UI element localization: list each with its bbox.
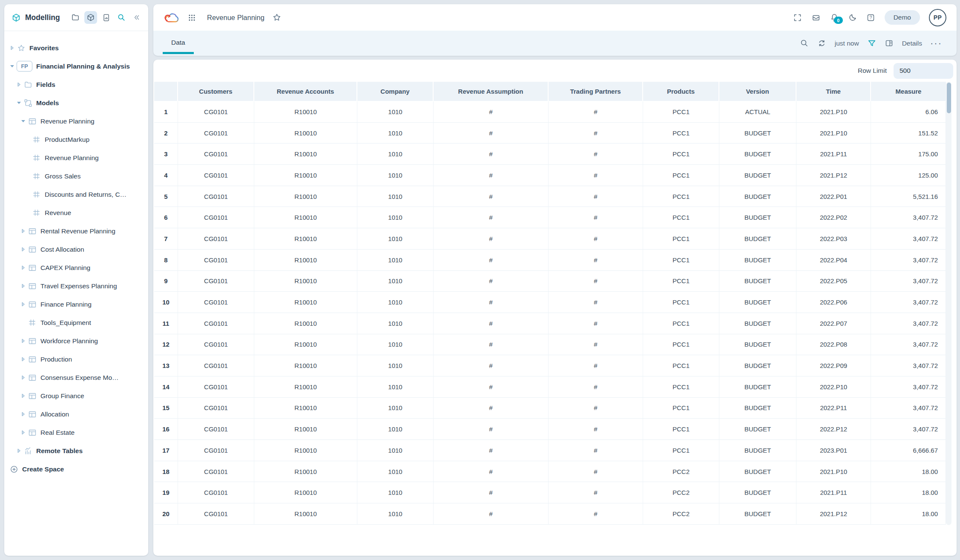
cell-revenue-assumption[interactable]: # bbox=[434, 165, 549, 186]
cell-revenue-accounts[interactable]: R10010 bbox=[254, 461, 357, 482]
row-number[interactable]: 11 bbox=[154, 313, 178, 334]
cell-version[interactable]: BUDGET bbox=[719, 482, 796, 503]
report-icon[interactable] bbox=[100, 11, 112, 24]
favorite-star-icon[interactable] bbox=[272, 13, 282, 22]
cell-time[interactable]: 2022.P04 bbox=[796, 250, 871, 271]
cell-customers[interactable]: CG0101 bbox=[178, 207, 254, 228]
expand-arrow-right-icon[interactable] bbox=[20, 247, 28, 252]
cell-measure[interactable]: 3,407.72 bbox=[871, 419, 946, 440]
cell-version[interactable]: BUDGET bbox=[719, 419, 796, 440]
cell-products[interactable]: PCC1 bbox=[643, 334, 719, 356]
cell-version[interactable]: BUDGET bbox=[719, 165, 796, 186]
row-number[interactable]: 6 bbox=[154, 207, 178, 228]
cell-time[interactable]: 2022.P11 bbox=[796, 398, 871, 419]
cell-time[interactable]: 2022.P09 bbox=[796, 355, 871, 376]
column-header-customers[interactable]: Customers bbox=[178, 82, 254, 101]
cell-customers[interactable]: CG0101 bbox=[178, 398, 254, 419]
cell-measure[interactable]: 3,407.72 bbox=[871, 271, 946, 292]
cell-revenue-accounts[interactable]: R10010 bbox=[254, 334, 357, 356]
cell-measure[interactable]: 125.00 bbox=[871, 165, 946, 186]
cell-measure[interactable]: 6.06 bbox=[871, 101, 946, 123]
expand-arrow-right-icon[interactable] bbox=[20, 411, 28, 417]
help-icon[interactable]: ? bbox=[866, 13, 876, 22]
cell-revenue-accounts[interactable]: R10010 bbox=[254, 186, 357, 207]
cell-revenue-accounts[interactable]: R10010 bbox=[254, 228, 357, 250]
cell-products[interactable]: PCC1 bbox=[643, 123, 719, 144]
tree-item-revenue-planning[interactable]: Revenue Planning bbox=[4, 112, 148, 130]
cell-version[interactable]: BUDGET bbox=[719, 250, 796, 271]
column-header-company[interactable]: Company bbox=[357, 82, 434, 101]
cell-version[interactable]: ACTUAL bbox=[719, 101, 796, 123]
cell-revenue-accounts[interactable]: R10010 bbox=[254, 440, 357, 461]
inbox-tray-icon[interactable] bbox=[811, 13, 821, 22]
dark-mode-moon-icon[interactable] bbox=[848, 13, 857, 22]
expand-arrow-right-icon[interactable] bbox=[20, 265, 28, 270]
cell-company[interactable]: 1010 bbox=[357, 144, 434, 165]
tree-item-finance-planning[interactable]: Finance Planning bbox=[4, 295, 148, 313]
expand-arrow-right-icon[interactable] bbox=[16, 448, 23, 454]
cell-revenue-accounts[interactable]: R10010 bbox=[254, 165, 357, 186]
cell-measure[interactable]: 3,407.72 bbox=[871, 292, 946, 313]
cell-time[interactable]: 2022.P01 bbox=[796, 186, 871, 207]
cell-measure[interactable]: 5,521.16 bbox=[871, 186, 946, 207]
cell-products[interactable]: PCC1 bbox=[643, 144, 719, 165]
cell-version[interactable]: BUDGET bbox=[719, 228, 796, 250]
cell-measure[interactable]: 3,407.72 bbox=[871, 207, 946, 228]
cell-measure[interactable]: 18.00 bbox=[871, 503, 946, 525]
tree-item-productmarkup[interactable]: ProductMarkup bbox=[4, 130, 148, 149]
cell-revenue-assumption[interactable]: # bbox=[434, 186, 549, 207]
cell-revenue-accounts[interactable]: R10010 bbox=[254, 292, 357, 313]
cell-revenue-accounts[interactable]: R10010 bbox=[254, 313, 357, 334]
expand-arrow-down-icon[interactable] bbox=[16, 100, 23, 106]
expand-arrow-right-icon[interactable] bbox=[20, 393, 28, 399]
cell-trading-partners[interactable]: # bbox=[549, 123, 643, 144]
cell-version[interactable]: BUDGET bbox=[719, 313, 796, 334]
demo-badge[interactable]: Demo bbox=[885, 10, 920, 25]
cell-revenue-assumption[interactable]: # bbox=[434, 398, 549, 419]
cell-revenue-assumption[interactable]: # bbox=[434, 482, 549, 503]
cell-version[interactable]: BUDGET bbox=[719, 461, 796, 482]
tree-item-production[interactable]: Production bbox=[4, 350, 148, 368]
cell-measure[interactable]: 3,407.72 bbox=[871, 250, 946, 271]
cell-revenue-assumption[interactable]: # bbox=[434, 419, 549, 440]
tree-item-tools-equipment[interactable]: Tools_Equipment bbox=[4, 313, 148, 332]
cell-products[interactable]: PCC1 bbox=[643, 186, 719, 207]
cell-products[interactable]: PCC1 bbox=[643, 228, 719, 250]
cell-trading-partners[interactable]: # bbox=[549, 440, 643, 461]
cell-company[interactable]: 1010 bbox=[357, 313, 434, 334]
row-number[interactable]: 20 bbox=[154, 503, 178, 525]
column-header-time[interactable]: Time bbox=[796, 82, 871, 101]
expand-arrow-right-icon[interactable] bbox=[20, 375, 28, 380]
cell-time[interactable]: 2021.P10 bbox=[796, 461, 871, 482]
cell-company[interactable]: 1010 bbox=[357, 334, 434, 356]
cell-trading-partners[interactable]: # bbox=[549, 271, 643, 292]
cell-revenue-assumption[interactable]: # bbox=[434, 376, 549, 398]
cell-company[interactable]: 1010 bbox=[357, 440, 434, 461]
cell-revenue-assumption[interactable]: # bbox=[434, 271, 549, 292]
cell-version[interactable]: BUDGET bbox=[719, 271, 796, 292]
expand-arrow-right-icon[interactable] bbox=[20, 356, 28, 362]
cell-revenue-accounts[interactable]: R10010 bbox=[254, 144, 357, 165]
cell-trading-partners[interactable]: # bbox=[549, 313, 643, 334]
expand-arrow-down-icon[interactable] bbox=[9, 63, 17, 69]
cell-customers[interactable]: CG0101 bbox=[178, 165, 254, 186]
expand-arrow-right-icon[interactable] bbox=[20, 228, 28, 234]
cell-customers[interactable]: CG0101 bbox=[178, 123, 254, 144]
row-number[interactable]: 8 bbox=[154, 250, 178, 271]
row-number[interactable]: 14 bbox=[154, 376, 178, 398]
cell-trading-partners[interactable]: # bbox=[549, 461, 643, 482]
cell-products[interactable]: PCC1 bbox=[643, 250, 719, 271]
cell-version[interactable]: BUDGET bbox=[719, 376, 796, 398]
cell-revenue-accounts[interactable]: R10010 bbox=[254, 101, 357, 123]
row-number[interactable]: 17 bbox=[154, 440, 178, 461]
row-limit-input[interactable] bbox=[894, 63, 953, 79]
cell-products[interactable]: PCC1 bbox=[643, 101, 719, 123]
cell-trading-partners[interactable]: # bbox=[549, 419, 643, 440]
cell-revenue-assumption[interactable]: # bbox=[434, 101, 549, 123]
cell-revenue-accounts[interactable]: R10010 bbox=[254, 376, 357, 398]
tree-item-real-estate[interactable]: Real Estate bbox=[4, 423, 148, 442]
refresh-sync-icon[interactable] bbox=[817, 39, 827, 48]
tree-item-travel-expenses-planning[interactable]: Travel Expenses Planning bbox=[4, 277, 148, 295]
cell-customers[interactable]: CG0101 bbox=[178, 334, 254, 356]
row-number[interactable]: 3 bbox=[154, 144, 178, 165]
